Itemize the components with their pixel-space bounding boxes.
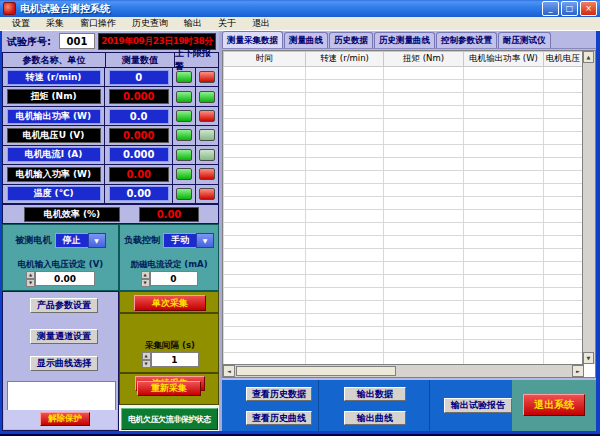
exit-system-button[interactable]: 退出系统 bbox=[523, 394, 585, 416]
spin-up-icon[interactable]: ▲ bbox=[142, 352, 151, 360]
excitation-set-input[interactable] bbox=[150, 271, 198, 286]
maximize-button[interactable]: □ bbox=[561, 1, 578, 16]
tab-measure-data[interactable]: 测量采集数据 bbox=[222, 31, 283, 48]
test-sequence-input[interactable] bbox=[59, 33, 95, 49]
scrollbar-thumb[interactable] bbox=[236, 366, 396, 376]
param-label: 电机电流I (A) bbox=[7, 147, 101, 162]
param-label: 扭矩 (Nm) bbox=[7, 89, 101, 104]
close-button[interactable]: × bbox=[580, 1, 597, 16]
vertical-scrollbar[interactable]: ▲ ▼ bbox=[582, 51, 595, 364]
spin-down-icon[interactable]: ▼ bbox=[26, 279, 35, 287]
param-value: 0.000 bbox=[109, 128, 169, 143]
table-row bbox=[224, 275, 583, 288]
curve-select-button[interactable]: 显示曲线选择 bbox=[30, 356, 98, 371]
tab-control-params[interactable]: 控制参数设置 bbox=[436, 32, 497, 48]
menu-item-output[interactable]: 输出 bbox=[176, 17, 210, 30]
menu-item-about[interactable]: 关于 bbox=[210, 17, 244, 30]
excitation-stepper[interactable]: ▲ ▼ bbox=[141, 271, 150, 286]
spin-down-icon[interactable]: ▼ bbox=[142, 360, 151, 368]
table-row bbox=[224, 67, 583, 80]
motor-state-dropdown[interactable]: 停止 ▼ bbox=[55, 233, 106, 248]
voltage-set-label: 电机输入电压设定 (V) bbox=[3, 259, 118, 271]
exit-block: 退出系统 bbox=[512, 380, 596, 431]
param-row-speed: 转速 (r/min) 0 bbox=[3, 68, 218, 87]
table-row bbox=[224, 327, 583, 340]
title-bar: 电机试验台测控系统 _ □ × bbox=[0, 0, 600, 17]
tab-history-data[interactable]: 历史数据 bbox=[329, 32, 373, 48]
app-icon bbox=[3, 2, 16, 15]
single-acquire-button[interactable]: 单次采集 bbox=[134, 295, 206, 311]
motor-control-box: 被测电机 停止 ▼ 电机输入电压设定 (V) ▲ ▼ bbox=[2, 224, 119, 291]
scroll-left-icon[interactable]: ◄ bbox=[223, 365, 235, 377]
left-panel: 试验序号: 2019年09月23日19时38分 参数名称、单位 测量数值 上下限… bbox=[2, 31, 219, 431]
col-speed: 转速 (r/min) bbox=[306, 52, 384, 67]
menu-item-exit[interactable]: 退出 bbox=[244, 17, 278, 30]
alarm-led-low bbox=[176, 188, 192, 200]
table-row bbox=[224, 93, 583, 106]
voltage-set-input[interactable] bbox=[35, 271, 95, 286]
spin-up-icon[interactable]: ▲ bbox=[26, 271, 35, 279]
data-table-body bbox=[224, 67, 583, 366]
motor-state-value: 停止 bbox=[55, 233, 88, 248]
param-row-torque: 扭矩 (Nm) 0.000 bbox=[3, 87, 218, 106]
control-section: 被测电机 停止 ▼ 电机输入电压设定 (V) ▲ ▼ 负载 bbox=[2, 224, 219, 291]
table-row bbox=[224, 340, 583, 353]
param-label: 电机输入功率 (W) bbox=[7, 167, 101, 182]
scroll-down-icon[interactable]: ▼ bbox=[583, 352, 594, 364]
table-row bbox=[224, 132, 583, 145]
interval-label: 采集间隔 (s) bbox=[120, 340, 220, 352]
table-row bbox=[224, 210, 583, 223]
table-row bbox=[224, 106, 583, 119]
release-protection-button[interactable]: 解除保护 bbox=[40, 412, 90, 426]
chevron-down-icon[interactable]: ▼ bbox=[196, 233, 214, 248]
load-mode-dropdown[interactable]: 手动 ▼ bbox=[163, 233, 214, 248]
menu-item-window[interactable]: 窗口操作 bbox=[72, 17, 124, 30]
col-torque: 扭矩 (Nm) bbox=[384, 52, 464, 67]
interval-stepper[interactable]: ▲ ▼ bbox=[142, 352, 151, 367]
table-row bbox=[224, 236, 583, 249]
tab-history-curve[interactable]: 历史测量曲线 bbox=[374, 32, 435, 48]
param-label: 转速 (r/min) bbox=[7, 70, 101, 85]
load-control-box: 负载控制 手动 ▼ 励磁电流设定 (mA) ▲ ▼ bbox=[119, 224, 219, 291]
alarm-led-low bbox=[176, 110, 192, 122]
config-button-box: 产品参数设置 测量通道设置 显示曲线选择 解除保护 bbox=[2, 291, 119, 431]
interval-input[interactable] bbox=[151, 352, 199, 367]
tab-withstand-tester[interactable]: 耐压测试仪 bbox=[498, 32, 551, 48]
scroll-right-icon[interactable]: ► bbox=[572, 365, 584, 377]
table-row bbox=[224, 314, 583, 327]
alarm-led-low bbox=[176, 149, 192, 161]
menu-item-history[interactable]: 历史查询 bbox=[124, 17, 176, 30]
table-row bbox=[224, 197, 583, 210]
header-param-value: 测量数值 bbox=[106, 53, 175, 67]
output-data-button[interactable]: 输出数据 bbox=[344, 387, 406, 401]
output-curve-button[interactable]: 输出曲线 bbox=[344, 411, 406, 425]
window-title: 电机试验台测控系统 bbox=[20, 2, 540, 16]
scroll-up-icon[interactable]: ▲ bbox=[583, 51, 594, 63]
spin-down-icon[interactable]: ▼ bbox=[141, 279, 150, 287]
measure-channel-button[interactable]: 测量通道设置 bbox=[30, 329, 98, 344]
chevron-down-icon[interactable]: ▼ bbox=[88, 233, 106, 248]
tab-bar: 测量采集数据 测量曲线 历史数据 历史测量曲线 控制参数设置 耐压测试仪 bbox=[222, 31, 596, 49]
minimize-button[interactable]: _ bbox=[542, 1, 559, 16]
menu-item-acquire[interactable]: 采集 bbox=[38, 17, 72, 30]
view-history-data-button[interactable]: 查看历史数据 bbox=[246, 387, 312, 401]
horizontal-scrollbar[interactable]: ◄ ► bbox=[223, 364, 584, 377]
table-row bbox=[224, 145, 583, 158]
param-row-voltage: 电机电压U (V) 0.000 bbox=[3, 126, 218, 145]
load-mode-value: 手动 bbox=[163, 233, 196, 248]
param-row-temperature: 温度 (℃) 0.00 bbox=[3, 185, 218, 203]
output-report-button[interactable]: 输出试验报告 bbox=[444, 398, 512, 413]
footer-actions: 查看历史数据 查看历史曲线 输出数据 输出曲线 输出试验报告 退出系统 bbox=[222, 380, 596, 431]
product-params-button[interactable]: 产品参数设置 bbox=[30, 298, 98, 313]
voltage-stepper[interactable]: ▲ ▼ bbox=[26, 271, 35, 286]
col-output-power: 电机输出功率 (W) bbox=[464, 52, 544, 67]
param-row-current: 电机电流I (A) 0.000 bbox=[3, 146, 218, 165]
restart-acquire-button[interactable]: 重新采集 bbox=[137, 381, 201, 396]
spin-up-icon[interactable]: ▲ bbox=[141, 271, 150, 279]
tab-measure-curve[interactable]: 测量曲线 bbox=[284, 32, 328, 48]
menu-item-settings[interactable]: 设置 bbox=[4, 17, 38, 30]
header-param-alarm: 上下限报警 bbox=[175, 53, 218, 67]
param-label: 电机输出功率 (W) bbox=[7, 109, 101, 124]
param-row-input-power: 电机输入功率 (W) 0.00 bbox=[3, 165, 218, 184]
view-history-curve-button[interactable]: 查看历史曲线 bbox=[246, 411, 312, 425]
